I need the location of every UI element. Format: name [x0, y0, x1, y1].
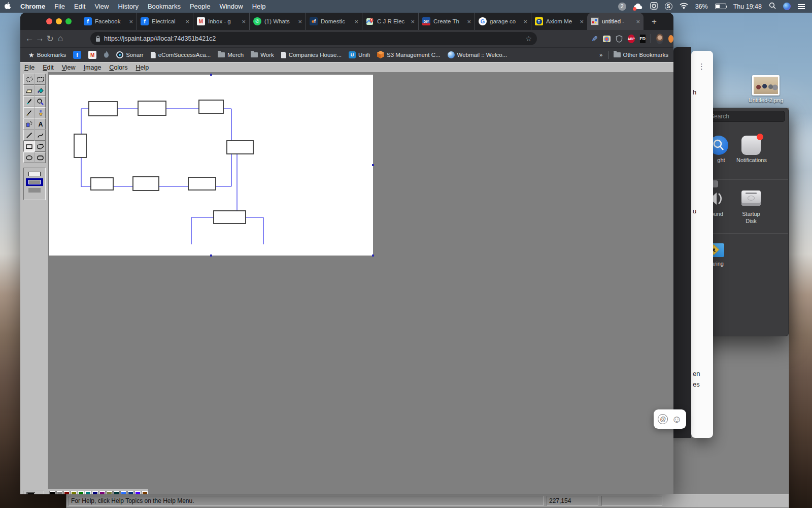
- color-swatch-003637[interactable]: [113, 491, 120, 494]
- fill-style-outline[interactable]: [26, 170, 43, 178]
- tab-close-icon[interactable]: ×: [298, 18, 302, 25]
- jspaint-menu-view[interactable]: View: [58, 64, 80, 71]
- color-swatch-000000[interactable]: [49, 491, 56, 494]
- notification-center-icon[interactable]: [798, 4, 805, 9]
- macos-menu-help[interactable]: Help: [248, 3, 270, 10]
- tool-curve[interactable]: [35, 130, 46, 141]
- at-icon[interactable]: @: [658, 414, 668, 424]
- tool-eraser[interactable]: [23, 85, 35, 96]
- macos-menu-view[interactable]: View: [90, 3, 113, 10]
- macos-menu-edit[interactable]: Edit: [70, 3, 90, 10]
- foreground-background-selector[interactable]: [23, 491, 44, 494]
- extension-screenshot-icon[interactable]: [603, 36, 611, 42]
- skype-icon[interactable]: S: [665, 3, 672, 10]
- bookmark-unifi[interactable]: UUnifi: [349, 51, 370, 58]
- tab-domestic[interactable]: efDomestic×: [306, 13, 362, 30]
- bookmark-star-icon[interactable]: ☆: [525, 35, 532, 43]
- extension-fd-icon[interactable]: FD: [640, 35, 646, 43]
- menu-bar-clock[interactable]: Thu 19:48: [733, 3, 762, 10]
- tab-close-icon[interactable]: ×: [523, 18, 527, 25]
- tool-ellipse[interactable]: [23, 152, 35, 163]
- bookmark-ecomsuccessaca[interactable]: eComSuccessAca...: [151, 52, 211, 58]
- bookmark-work[interactable]: Work: [251, 52, 274, 58]
- tab-c-j-r-elec[interactable]: C J R Elec×: [362, 13, 418, 30]
- color-swatch-787878[interactable]: [56, 491, 63, 494]
- color-swatch-4c00fe[interactable]: [134, 491, 141, 494]
- macos-menu-bookmarks[interactable]: Bookmarks: [143, 3, 185, 10]
- tab-electrical[interactable]: fElectrical×: [137, 13, 193, 30]
- tab-inbox-g[interactable]: MInbox - g×: [193, 13, 249, 30]
- tab-close-icon[interactable]: ×: [411, 18, 415, 25]
- jspaint-menu-help[interactable]: Help: [131, 64, 153, 71]
- canvas-resize-handle-corner[interactable]: [372, 255, 374, 257]
- fill-style-solid[interactable]: [26, 186, 43, 194]
- bookmark-s3-management-c[interactable]: S3 Management C...: [377, 51, 440, 59]
- tab-close-icon[interactable]: ×: [129, 18, 133, 25]
- desktop-file-untitled-2[interactable]: Untitled-2.png: [752, 75, 788, 103]
- profile-avatar[interactable]: [656, 34, 663, 44]
- new-tab-button[interactable]: +: [649, 16, 660, 27]
- color-swatch-01007a[interactable]: [92, 491, 98, 494]
- tab-axiom-me[interactable]: TAxiom Me×: [531, 13, 587, 30]
- bookmarks-overflow-chevron[interactable]: »: [599, 52, 602, 58]
- jspaint-menu-edit[interactable]: Edit: [39, 64, 58, 71]
- jspaint-menu-file[interactable]: File: [20, 64, 39, 71]
- tool-pencil[interactable]: [23, 107, 35, 118]
- bookmarks-star-item[interactable]: ★ Bookmarks: [28, 51, 66, 59]
- bookmark-icon[interactable]: f: [73, 51, 81, 59]
- home-button[interactable]: ⌂: [55, 34, 65, 44]
- smiley-icon[interactable]: ☺: [671, 414, 682, 424]
- close-window-button[interactable]: [46, 18, 52, 24]
- tab-close-icon[interactable]: ×: [185, 18, 189, 25]
- tool-line[interactable]: [23, 130, 35, 141]
- color-swatch-286ffe[interactable]: [120, 491, 127, 494]
- zoom-window-button[interactable]: [65, 18, 72, 24]
- bookmark-merch[interactable]: Merch: [218, 52, 244, 58]
- bookmark-webmail-welco[interactable]: Webmail :: Welco...: [448, 51, 507, 58]
- kebab-menu-icon[interactable]: ⋮: [698, 62, 705, 71]
- apple-menu[interactable]: [0, 2, 16, 11]
- tool-rectangle[interactable]: [23, 141, 35, 152]
- color-swatch-783b00[interactable]: [142, 491, 148, 494]
- forward-button[interactable]: →: [35, 34, 45, 44]
- reload-button[interactable]: ↻: [45, 34, 55, 44]
- tab-close-icon[interactable]: ×: [636, 18, 640, 25]
- status-badge[interactable]: 2: [618, 3, 626, 11]
- color-swatch-7b0077[interactable]: [99, 491, 106, 494]
- tool-airbrush[interactable]: [23, 118, 35, 130]
- tool-text[interactable]: A: [35, 118, 46, 130]
- color-swatch-767a38[interactable]: [106, 491, 113, 494]
- canvas-resize-handle-bottom[interactable]: [210, 255, 212, 257]
- extension-pen-icon[interactable]: ✎: [590, 36, 599, 42]
- extension-shield-icon[interactable]: [616, 35, 623, 43]
- tool-polygon[interactable]: [35, 141, 46, 152]
- other-bookmarks-button[interactable]: Other Bookmarks: [614, 52, 668, 58]
- bookmark-icon[interactable]: [104, 51, 109, 59]
- tool-free-form-select[interactable]: [23, 74, 35, 85]
- bookmark-icon[interactable]: M: [88, 51, 96, 59]
- tab-close-icon[interactable]: ×: [467, 18, 471, 25]
- macos-menu-window[interactable]: Window: [215, 3, 247, 10]
- color-swatch-007778[interactable]: [85, 491, 91, 494]
- extension-orange-icon[interactable]: [668, 35, 673, 43]
- tab-create-th[interactable]: DIYCreate Th×: [418, 13, 475, 30]
- tab-facebook[interactable]: fFacebook×: [80, 13, 137, 30]
- time-machine-icon[interactable]: [650, 2, 658, 11]
- cloud-app-icon[interactable]: [633, 3, 643, 10]
- jspaint-menu-colors[interactable]: Colors: [105, 64, 131, 71]
- tab-untitled[interactable]: untitled -×: [587, 13, 644, 30]
- tool-select[interactable]: [35, 74, 46, 85]
- back-button[interactable]: ←: [24, 34, 35, 44]
- color-swatch-790300[interactable]: [63, 491, 70, 494]
- macos-menu-history[interactable]: History: [113, 3, 143, 10]
- tool-rounded-rectangle[interactable]: [35, 152, 46, 163]
- fill-style-outline-filled-selected[interactable]: [26, 178, 43, 186]
- jspaint-menu-image[interactable]: Image: [80, 64, 106, 71]
- startup-disk-icon[interactable]: [741, 190, 761, 206]
- menu-app-name[interactable]: Chrome: [16, 3, 50, 10]
- color-swatch-007902[interactable]: [78, 491, 84, 494]
- tab-garage-co[interactable]: Ggarage co×: [475, 13, 531, 30]
- color-swatch-083178[interactable]: [127, 491, 134, 494]
- tab-1-whats[interactable]: ✆(1) Whats×: [249, 13, 306, 30]
- tool-color-picker[interactable]: [23, 96, 35, 107]
